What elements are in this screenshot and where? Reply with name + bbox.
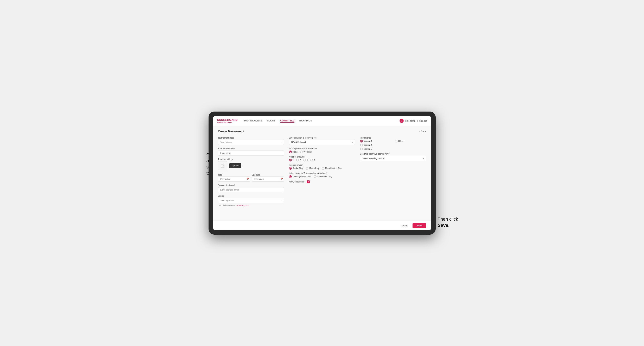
tournament-host-label: Tournament Host: [218, 137, 284, 139]
event-type-radio-group: Teams (+Individuals) Individuals Only: [289, 175, 355, 178]
start-date-input[interactable]: [218, 176, 250, 182]
scoring-stroke[interactable]: Stroke Play: [289, 167, 303, 170]
tournament-name-group: Tournament name: [218, 148, 284, 156]
rounds-1[interactable]: 1: [289, 159, 294, 162]
rounds-label: Number of rounds: [289, 156, 355, 158]
tablet-frame: SCOREBOARD Powered by clippd TOURNAMENTS…: [208, 112, 436, 235]
division-group: Which division is the event for? NCAA Di…: [289, 137, 355, 145]
form-col-right: Format type 5 count 4 Other: [360, 137, 426, 206]
calendar-end-icon: 📅: [280, 178, 283, 180]
sponsor-input[interactable]: [218, 187, 284, 192]
tournament-host-input[interactable]: [218, 140, 284, 145]
rounds-radio-group: 1 2 3: [289, 159, 355, 162]
logo-board: BOARD: [227, 118, 238, 122]
rounds-2[interactable]: 2: [296, 159, 301, 162]
nav-committee[interactable]: COMMITTEE: [280, 119, 294, 123]
scoring-service-group: Use third-party live scoring API? Select…: [360, 153, 426, 161]
back-button[interactable]: ‹ Back: [419, 130, 426, 133]
form-grid: Tournament Host ⌄ Tournament name Tourna: [218, 137, 426, 206]
scoring-medal-radio[interactable]: [322, 167, 324, 170]
event-type-group: Is this event for Teams and/or Individua…: [289, 172, 355, 178]
sponsor-label: Sponsor (optional): [218, 184, 284, 186]
venue-label: Venue: [218, 195, 284, 197]
scoring-service-label: Use third-party live scoring API?: [360, 153, 426, 155]
gender-mens[interactable]: Mens: [289, 151, 298, 153]
save-button[interactable]: Save: [412, 223, 426, 228]
chevron-left-icon: ‹: [419, 130, 420, 133]
substitutes-checkbox[interactable]: [307, 180, 310, 183]
format-5count4-radio[interactable]: [360, 140, 363, 143]
scoring-match-radio[interactable]: [306, 167, 308, 170]
scoring-group: Scoring system Stroke Play Match Play: [289, 164, 355, 170]
venue-input[interactable]: [218, 198, 284, 203]
rounds-3-radio[interactable]: [303, 159, 306, 162]
dates-group: date 📅 End date: [218, 173, 284, 182]
sign-out-link[interactable]: Sign out: [419, 120, 427, 122]
end-date-input[interactable]: [252, 176, 284, 182]
scoring-medal-match[interactable]: Medal Match Play: [322, 167, 342, 170]
logo-score: SCORE: [217, 118, 227, 122]
upload-button[interactable]: Upload: [229, 163, 242, 168]
email-support-link[interactable]: email support: [237, 204, 248, 206]
rounds-2-radio[interactable]: [296, 159, 299, 162]
brand-name: clippd: [227, 122, 232, 123]
dropdown-icon: ⌄: [281, 141, 282, 144]
rounds-1-radio[interactable]: [289, 159, 292, 162]
nav-teams[interactable]: TEAMS: [267, 119, 275, 123]
event-teams[interactable]: Teams (+Individuals): [289, 175, 312, 178]
navigation: SCOREBOARD Powered by clippd TOURNAMENTS…: [213, 116, 431, 126]
separator: |: [417, 120, 418, 122]
gender-radio-group: Mens Womens: [289, 151, 355, 153]
tournament-logo-group: Tournament logo Upload: [218, 158, 284, 170]
end-date-group: End date 📅: [252, 173, 284, 182]
tournament-logo-label: Tournament logo: [218, 158, 284, 161]
venue-help: Can't find your venue? email support: [218, 204, 284, 206]
logo-upload-area: Upload: [218, 161, 284, 170]
annotation-right-text: Then click Save.: [438, 216, 458, 228]
sponsor-group: Sponsor (optional): [218, 184, 284, 192]
gender-womens[interactable]: Womens: [300, 151, 312, 153]
tournament-name-label: Tournament name: [218, 148, 284, 150]
rounds-3[interactable]: 3: [303, 159, 308, 162]
format-radio-grid: 5 count 4 Other 6 count 4: [360, 140, 426, 150]
event-teams-radio[interactable]: [289, 175, 292, 178]
app-logo: SCOREBOARD Powered by clippd: [217, 118, 238, 123]
nav-rankings[interactable]: RANKINGS: [300, 119, 312, 123]
calendar-icon: 📅: [246, 178, 249, 180]
scoring-stroke-radio[interactable]: [289, 167, 292, 170]
user-name: blair admin: [405, 120, 416, 122]
end-date-label: End date: [252, 174, 260, 176]
gender-group: Which gender is the event for? Mens Wome…: [289, 148, 355, 153]
event-individuals-radio[interactable]: [314, 175, 316, 178]
gender-mens-radio[interactable]: [289, 151, 292, 153]
gender-label: Which gender is the event for?: [289, 148, 355, 150]
scoring-match[interactable]: Match Play: [306, 167, 319, 170]
scoring-service-select[interactable]: Select a scoring service: [360, 156, 426, 161]
start-date-label: date: [218, 174, 222, 176]
event-individuals[interactable]: Individuals Only: [314, 175, 332, 178]
format-type-label: Format type: [360, 137, 426, 139]
division-select[interactable]: NCAA Division I: [289, 140, 355, 145]
rounds-4[interactable]: 4: [310, 159, 315, 162]
format-5count4[interactable]: 5 count 4: [360, 140, 392, 143]
rounds-4-radio[interactable]: [310, 159, 313, 162]
format-6count4-radio[interactable]: [360, 144, 363, 146]
venue-group: Venue ⌄ Can't find your venue? email sup…: [218, 195, 284, 206]
tournament-name-input[interactable]: [218, 151, 284, 156]
logo-placeholder: [218, 161, 227, 170]
format-6count5[interactable]: 6 count 5: [360, 148, 392, 150]
nav-tournaments[interactable]: TOURNAMENTS: [244, 119, 262, 123]
nav-links: TOURNAMENTS TEAMS COMMITTEE RANKINGS: [244, 119, 400, 123]
gender-womens-radio[interactable]: [300, 151, 303, 153]
cancel-button[interactable]: Cancel: [398, 223, 410, 228]
form-footer: Cancel Save: [213, 221, 431, 230]
format-6count5-radio[interactable]: [360, 148, 363, 150]
page-title: Create Tournament: [218, 130, 244, 133]
format-other[interactable]: Other: [395, 140, 426, 143]
scoring-radio-group: Stroke Play Match Play Medal Match Play: [289, 167, 355, 170]
format-6count4[interactable]: 6 count 4: [360, 144, 392, 146]
format-other-radio[interactable]: [395, 140, 398, 143]
venue-dropdown-icon: ⌄: [281, 199, 282, 202]
form-col-left: Tournament Host ⌄ Tournament name Tourna: [218, 137, 284, 206]
main-content: Create Tournament ‹ Back Tournament Host: [213, 126, 431, 221]
